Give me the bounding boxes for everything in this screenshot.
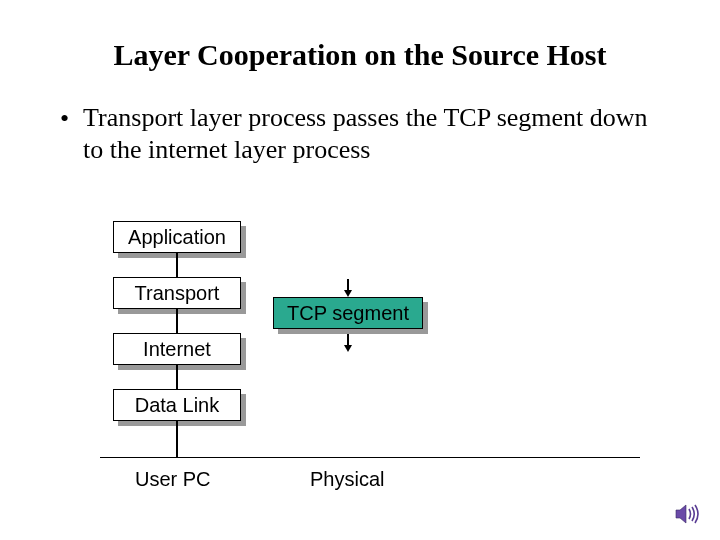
connector-line	[176, 421, 178, 457]
layer-transport: Transport	[113, 277, 241, 309]
baseline	[100, 457, 640, 458]
layer-datalink: Data Link	[113, 389, 241, 421]
layer-label: Application	[128, 226, 226, 249]
connector-line	[176, 253, 178, 277]
caption-user-pc: User PC	[135, 468, 211, 491]
layer-label: Internet	[143, 338, 211, 361]
connector-line	[176, 309, 178, 333]
layer-label: Transport	[135, 282, 220, 305]
arrow-down-icon	[344, 345, 352, 352]
sound-icon	[674, 502, 702, 526]
layer-label: Data Link	[135, 394, 220, 417]
svg-marker-0	[676, 505, 686, 523]
tcp-segment-box: TCP segment	[273, 297, 423, 329]
arrow-down-icon	[344, 290, 352, 297]
layer-application: Application	[113, 221, 241, 253]
layer-diagram: Application Transport Internet Data Link…	[0, 0, 720, 540]
segment-label: TCP segment	[287, 302, 409, 325]
layer-internet: Internet	[113, 333, 241, 365]
connector-line	[176, 365, 178, 389]
caption-physical: Physical	[310, 468, 384, 491]
